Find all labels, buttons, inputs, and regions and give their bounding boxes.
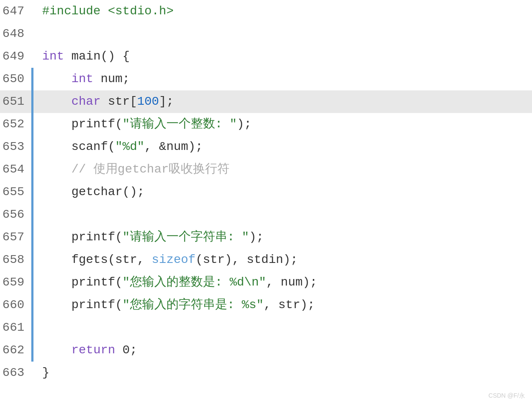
- code-line: 658 fgets(str, sizeof(str), stdin);: [0, 249, 532, 271]
- line-content: printf("您输入的字符串是: %s", str);: [33, 299, 315, 311]
- code-line: 652 printf("请输入一个整数: ");: [0, 113, 532, 136]
- line-content: return 0;: [33, 344, 137, 356]
- code-token: "您输入的字符串是: %s": [123, 298, 264, 312]
- line-content: int main() {: [33, 50, 130, 63]
- code-token: [42, 343, 71, 357]
- line-content: // 使用getchar吸收换行符: [33, 163, 229, 176]
- code-line: 659 printf("您输入的整数是: %d\n", num);: [0, 271, 532, 294]
- line-number: 651: [0, 96, 31, 108]
- code-line: 656: [0, 203, 532, 226]
- code-token: return: [71, 343, 115, 357]
- line-number: 649: [0, 50, 31, 63]
- code-line: 661: [0, 316, 532, 339]
- code-line: 648: [0, 23, 532, 45]
- code-line: 660 printf("您输入的字符串是: %s", str);: [0, 294, 532, 316]
- line-content: printf("请输入一个整数: ");: [33, 118, 252, 130]
- line-content: printf("您输入的整数是: %d\n", num);: [33, 276, 317, 289]
- code-token: , num);: [266, 276, 317, 289]
- code-token: "您输入的整数是: %d\n": [123, 276, 266, 289]
- code-token: , str);: [264, 298, 315, 312]
- code-token: // 使用getchar吸收换行符: [42, 163, 229, 176]
- code-token: sizeof: [152, 253, 196, 266]
- code-token: );: [249, 230, 264, 244]
- code-token: printf(: [42, 230, 123, 244]
- code-token: num;: [93, 72, 130, 86]
- code-token: getchar();: [42, 185, 144, 199]
- code-token: char: [71, 95, 100, 108]
- code-line: 663}: [0, 362, 532, 384]
- line-content: }: [33, 367, 50, 379]
- code-line: 655 getchar();: [0, 181, 532, 203]
- code-line: 654 // 使用getchar吸收换行符: [0, 158, 532, 181]
- code-token: 100: [137, 95, 159, 108]
- line-bar-empty: [31, 23, 33, 45]
- code-token: ];: [159, 95, 174, 108]
- line-number: 654: [0, 163, 31, 176]
- line-content: fgets(str, sizeof(str), stdin);: [33, 254, 298, 266]
- code-token: 0;: [115, 343, 137, 357]
- code-token: printf(: [42, 276, 123, 289]
- line-number: 647: [0, 5, 31, 17]
- line-number: 657: [0, 231, 31, 243]
- line-number: 652: [0, 118, 31, 130]
- code-token: );: [237, 117, 252, 131]
- line-bar: [31, 203, 33, 226]
- code-token: [42, 72, 71, 86]
- code-token: int: [42, 50, 64, 63]
- line-number: 661: [0, 322, 31, 334]
- code-token: int: [71, 72, 93, 86]
- line-number: 656: [0, 209, 31, 221]
- code-token: , &num);: [144, 140, 203, 153]
- line-number: 663: [0, 367, 31, 379]
- code-token: main() {: [64, 50, 130, 63]
- line-number: 662: [0, 344, 31, 356]
- code-token: }: [42, 366, 50, 379]
- code-line: 662 return 0;: [0, 339, 532, 362]
- code-token: [42, 95, 71, 108]
- code-token: #include <stdio.h>: [42, 4, 173, 18]
- line-content: char str[100];: [33, 96, 173, 108]
- code-token: str[: [100, 95, 137, 108]
- code-line: 647#include <stdio.h>: [0, 0, 532, 23]
- line-number: 653: [0, 141, 31, 153]
- code-line: 657 printf("请输入一个字符串: ");: [0, 226, 532, 249]
- code-token: (str), stdin);: [196, 253, 298, 266]
- line-number: 650: [0, 73, 31, 85]
- code-line: 650 int num;: [0, 68, 532, 90]
- line-number: 655: [0, 186, 31, 198]
- code-line: 651 char str[100];: [0, 90, 532, 113]
- line-number: 660: [0, 299, 31, 311]
- line-content: scanf("%d", &num);: [33, 141, 203, 153]
- line-number: 659: [0, 276, 31, 289]
- code-token: fgets(str,: [42, 253, 152, 266]
- code-token: "请输入一个整数: ": [123, 117, 237, 131]
- line-content: #include <stdio.h>: [33, 5, 173, 17]
- code-token: "%d": [115, 140, 144, 153]
- code-token: scanf(: [42, 140, 115, 153]
- code-token: printf(: [42, 298, 123, 312]
- line-number: 658: [0, 254, 31, 266]
- code-editor: 647#include <stdio.h>648649int main() {6…: [0, 0, 532, 402]
- code-token: "请输入一个字符串: ": [123, 230, 249, 244]
- line-number: 648: [0, 28, 31, 40]
- code-line: 649int main() {: [0, 45, 532, 68]
- line-content: getchar();: [33, 186, 144, 198]
- code-line: 653 scanf("%d", &num);: [0, 136, 532, 158]
- watermark-text: CSDN @F/永: [489, 392, 525, 399]
- code-token: printf(: [42, 117, 123, 131]
- line-content: int num;: [33, 73, 130, 85]
- line-content: printf("请输入一个字符串: ");: [33, 231, 264, 243]
- line-bar: [31, 316, 33, 339]
